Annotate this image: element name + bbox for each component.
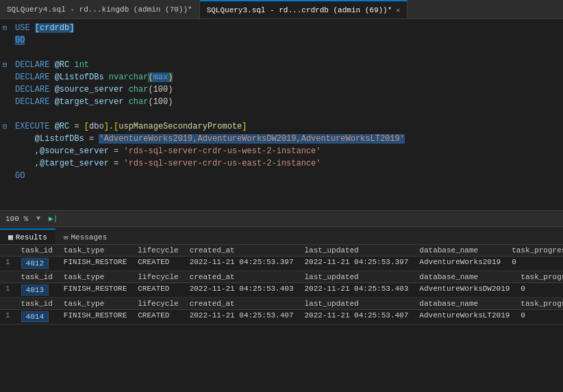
editor-area[interactable]: ⊟ USE [crdrdb] GO ⊟ DECLARE @RC int DECL…: [0, 19, 563, 211]
col-created-at-3: created_at: [184, 298, 299, 310]
table-header-row-3: task_id task_type lifecycle created_at l…: [0, 298, 563, 310]
cell-last-updated-1-1: 2022-11-21 04:25:53.397: [299, 257, 414, 271]
col-database-name-1: database_name: [414, 245, 506, 257]
code-line-6: DECLARE @source_server char(100): [0, 83, 563, 96]
line-content-13: GO: [10, 170, 563, 182]
results-tab-label: Results: [16, 233, 47, 241]
tab-messages[interactable]: ✉ Messages: [55, 230, 115, 244]
table-header-row-1: task_id task_type lifecycle created_at l…: [0, 245, 563, 257]
table-row: 1 4014 FINISH_RESTORE CREATED 2022-11-21…: [0, 310, 563, 324]
cell-created-at-3-1: 2022-11-21 04:25:53.407: [184, 310, 299, 324]
table-row: 1 4013 FINISH_RESTORE CREATED 2022-11-21…: [0, 283, 563, 298]
line-content-11: ,@source_server = 'rds-sql-server-crdr-u…: [10, 145, 563, 157]
col-task-type-2: task_type: [58, 272, 132, 283]
code-line-2: GO: [0, 34, 563, 47]
code-line-4: ⊟ DECLARE @RC int: [0, 59, 563, 71]
line-indicator-8: [0, 108, 10, 120]
line-content-6: DECLARE @source_server char(100): [10, 83, 563, 96]
line-content-8: [10, 108, 563, 120]
row-num-2-1: 1: [0, 283, 16, 298]
result-table-1: task_id task_type lifecycle created_at l…: [0, 245, 563, 271]
line-content-1: USE [crdrdb]: [10, 22, 563, 34]
col-database-name-2: database_name: [414, 272, 515, 283]
line-indicator-9: ⊟: [0, 120, 10, 133]
col-task-type-3: task_type: [58, 298, 132, 310]
line-indicator-4: ⊟: [0, 59, 10, 71]
cell-task-id-3-1: 4014: [16, 310, 58, 324]
line-indicator-1: ⊟: [0, 22, 10, 34]
col-last-updated-2: last_updated: [299, 272, 414, 283]
line-content-5: DECLARE @ListofDBs nvarchar(max): [10, 71, 563, 83]
cell-created-at-1-1: 2022-11-21 04:25:53.397: [184, 257, 299, 271]
line-indicator-13: [0, 170, 10, 182]
row-num-1-1: 1: [0, 257, 16, 271]
line-content-2: GO: [10, 34, 563, 47]
col-task-progress-1: task_progress: [506, 245, 563, 257]
cell-database-name-3-1: AdventureWorksLT2019: [414, 310, 515, 324]
line-indicator-6: [0, 83, 10, 96]
col-task-id-1: task_id: [16, 245, 58, 257]
tab-results[interactable]: ▦ Results: [0, 228, 55, 244]
cell-task-progress-2-1: 0: [515, 283, 563, 298]
line-indicator-10: [0, 133, 10, 145]
col-lifecycle-2: lifecycle: [132, 272, 184, 283]
cell-task-type-1-1: FINISH_RESTORE: [58, 257, 132, 271]
messages-icon: ✉: [64, 233, 68, 241]
code-line-5: DECLARE @ListofDBs nvarchar(max): [0, 71, 563, 83]
col-task-progress-3: task_progress: [515, 298, 563, 310]
cell-task-type-3-1: FINISH_RESTORE: [58, 310, 132, 324]
tab-close-icon[interactable]: ✕: [396, 6, 400, 14]
line-indicator-5: [0, 71, 10, 83]
cell-last-updated-3-1: 2022-11-21 04:25:53.407: [299, 310, 414, 324]
col-created-at-1: created_at: [184, 245, 299, 257]
tab-sqlquery4-label: SQLQuery4.sql - rd...kingdb (admin (70))…: [7, 5, 192, 14]
row-num-header-3: [0, 298, 16, 310]
row-num-header-1: [0, 245, 16, 257]
execute-icon: ▶|: [49, 214, 58, 223]
cell-lifecycle-3-1: CREATED: [132, 310, 184, 324]
code-line-3: [0, 47, 563, 59]
col-task-progress-2: task_progress: [515, 272, 563, 283]
cell-task-id-1-1: 4012: [16, 257, 58, 271]
result-block-1: task_id task_type lifecycle created_at l…: [0, 245, 563, 272]
results-tabs: ▦ Results ✉ Messages: [0, 227, 563, 245]
line-content-7: DECLARE @target_server char(100): [10, 96, 563, 108]
result-block-3: task_id task_type lifecycle created_at l…: [0, 298, 563, 325]
status-bar: 100 % ▼ ▶|: [0, 211, 563, 227]
col-lifecycle-3: lifecycle: [132, 298, 184, 310]
line-content-12: ,@target_server = 'rds-sql-server-crdr-u…: [10, 157, 563, 170]
code-line-13: GO: [0, 170, 563, 182]
result-table-2: task_id task_type lifecycle created_at l…: [0, 272, 563, 298]
results-area[interactable]: task_id task_type lifecycle created_at l…: [0, 245, 563, 392]
zoom-level: 100 %: [5, 215, 28, 223]
line-indicator-7: [0, 96, 10, 108]
results-grid-icon: ▦: [8, 233, 13, 241]
table-row: 1 4012 FINISH_RESTORE CREATED 2022-11-21…: [0, 257, 563, 271]
tab-sqlquery4[interactable]: SQLQuery4.sql - rd...kingdb (admin (70))…: [0, 0, 200, 18]
line-indicator-12: [0, 157, 10, 170]
tab-sqlquery3-label: SQLQuery3.sql - rd...crdrdb (admin (69))…: [207, 6, 392, 14]
tab-sqlquery3[interactable]: SQLQuery3.sql - rd...crdrdb (admin (69))…: [200, 0, 408, 18]
line-content-10: @ListofDBs = 'AdventureWorks2019,Adventu…: [10, 133, 563, 145]
col-last-updated-1: last_updated: [299, 245, 414, 257]
code-line-11: ,@source_server = 'rds-sql-server-crdr-u…: [0, 145, 563, 157]
zoom-dropdown-icon[interactable]: ▼: [36, 215, 40, 222]
cell-task-progress-3-1: 0: [515, 310, 563, 324]
col-lifecycle-1: lifecycle: [132, 245, 184, 257]
line-indicator-2: [0, 34, 10, 47]
result-block-2: task_id task_type lifecycle created_at l…: [0, 272, 563, 298]
line-content-4: DECLARE @RC int: [10, 59, 563, 71]
code-line-12: ,@target_server = 'rds-sql-server-crdr-u…: [0, 157, 563, 170]
row-num-3-1: 1: [0, 310, 16, 324]
row-num-header-2: [0, 272, 16, 283]
col-task-id-3: task_id: [16, 298, 58, 310]
line-indicator-11: [0, 145, 10, 157]
tab-bar: SQLQuery4.sql - rd...kingdb (admin (70))…: [0, 0, 563, 19]
cell-task-id-2-1: 4013: [16, 283, 58, 298]
col-task-type-1: task_type: [58, 245, 132, 257]
code-line-1: ⊟ USE [crdrdb]: [0, 22, 563, 34]
line-content-9: EXECUTE @RC = [dbo].[uspManageSecondaryP…: [10, 120, 563, 133]
result-table-3: task_id task_type lifecycle created_at l…: [0, 298, 563, 324]
code-line-7: DECLARE @target_server char(100): [0, 96, 563, 108]
table-header-row-2: task_id task_type lifecycle created_at l…: [0, 272, 563, 283]
